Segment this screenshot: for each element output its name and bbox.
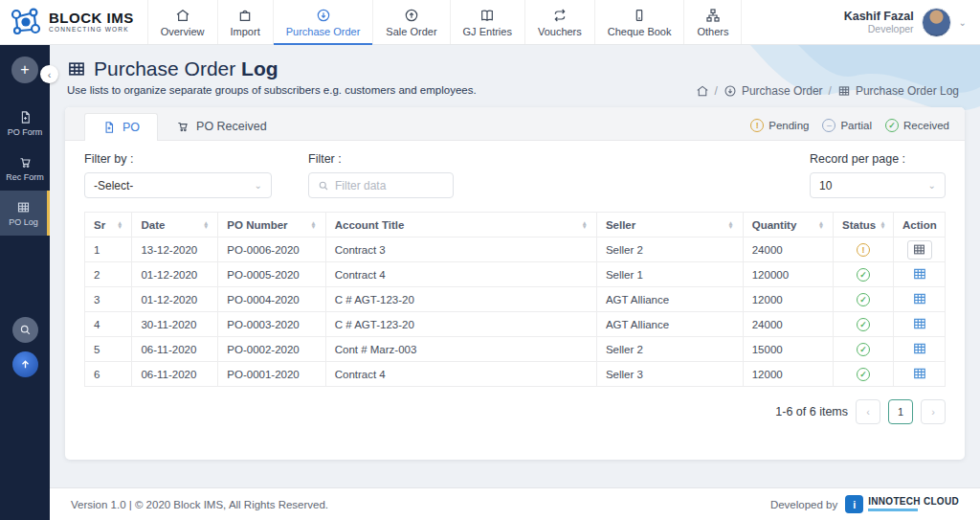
sort-icon[interactable]: ▲▼ <box>117 221 122 228</box>
cell-action <box>894 312 946 337</box>
page-header: Purchase Order Log Use lists to organize… <box>50 45 980 98</box>
po-table: Sr▲▼Date▲▼PO Number▲▼Account Title▲▼Sell… <box>84 212 946 387</box>
chevron-down-icon: ⌄ <box>959 17 967 28</box>
sidebar-item-po-log[interactable]: PO Log <box>0 191 50 236</box>
pagination-page-1-button[interactable]: 1 <box>888 399 913 424</box>
upgrade-button[interactable] <box>12 351 38 377</box>
filter-by-select[interactable]: -Select- ⌄ <box>84 172 272 198</box>
cell-status <box>834 312 894 337</box>
breadcrumb-po-log[interactable]: Purchase Order Log <box>837 84 959 98</box>
table-row: 201-12-2020PO-0005-2020Contract 4Seller … <box>85 262 946 287</box>
table-icon <box>913 292 926 305</box>
arrow-down-circle-icon <box>316 8 331 23</box>
row-action-icon[interactable] <box>913 317 926 330</box>
table-icon <box>913 367 926 380</box>
partial-icon <box>822 119 835 132</box>
record-per-page-label: Record per page : <box>810 152 946 166</box>
arrow-down-circle-icon <box>724 84 737 98</box>
table-icon <box>837 84 851 98</box>
innotech-logo-tagline-bar <box>868 509 918 511</box>
cell-po-number: PO-0005-2020 <box>218 262 325 287</box>
cell-status <box>834 237 894 262</box>
breadcrumb-home[interactable] <box>696 84 709 98</box>
sidebar-bottom <box>0 317 50 377</box>
nav-sale-order[interactable]: Sale Order <box>372 0 449 44</box>
legend-pending: Pending <box>750 119 809 132</box>
home-icon <box>175 8 190 23</box>
column-header-seller[interactable]: Seller▲▼ <box>596 213 743 237</box>
footer-copyright: Version 1.0 | © 2020 Block IMS, All Righ… <box>71 499 328 510</box>
nav-import[interactable]: Import <box>217 0 273 44</box>
sort-icon[interactable]: ▲▼ <box>880 221 885 228</box>
cell-seller: Seller 2 <box>596 237 743 262</box>
table-row: 301-12-2020PO-0004-2020C # AGT-123-20AGT… <box>85 287 946 312</box>
cart-icon <box>176 120 189 133</box>
record-per-page-select[interactable]: 10 ⌄ <box>810 172 946 198</box>
cell-quantity: 12000 <box>743 287 833 312</box>
nav-gj-entries[interactable]: GJ Entries <box>450 0 524 44</box>
tab-po[interactable]: PO <box>84 113 158 141</box>
add-button[interactable]: + <box>11 57 38 83</box>
cell-quantity: 120000 <box>743 262 833 287</box>
filter-input[interactable] <box>335 179 440 192</box>
nav-cheque-book[interactable]: Cheque Book <box>594 0 684 44</box>
column-header-account-title[interactable]: Account Title▲▼ <box>325 213 596 237</box>
pagination-next-button[interactable]: › <box>921 399 946 424</box>
avatar[interactable] <box>922 8 951 37</box>
sort-icon[interactable]: ▲▼ <box>727 221 733 228</box>
cell-account-title: Contract 4 <box>325 362 596 387</box>
cell-seller: Seller 2 <box>596 337 743 362</box>
search-icon <box>19 324 32 336</box>
arrow-up-icon <box>19 358 32 371</box>
pagination-prev-button[interactable]: ‹ <box>856 399 880 424</box>
cell-sr: 2 <box>85 262 132 287</box>
cell-action <box>894 262 946 287</box>
table-row: 113-12-2020PO-0006-2020Contract 3Seller … <box>85 237 946 262</box>
chevron-down-icon: ⌄ <box>255 180 262 191</box>
cell-sr: 1 <box>85 237 132 262</box>
brand-tagline: CONNECTING WORK <box>49 27 134 34</box>
brand-logo[interactable]: BLOCK IMS CONNECTING WORK <box>0 0 147 44</box>
cell-status <box>834 287 894 312</box>
nav-others[interactable]: Others <box>683 0 742 44</box>
breadcrumb: / Purchase Order / Purchase Order Log <box>696 84 959 98</box>
column-header-po-number[interactable]: PO Number▲▼ <box>218 213 325 237</box>
column-header-sr[interactable]: Sr▲▼ <box>85 213 132 237</box>
row-action-icon[interactable] <box>913 292 926 305</box>
cell-seller: Seller 3 <box>596 362 743 387</box>
row-action-icon[interactable] <box>913 342 926 355</box>
table-header-row: Sr▲▼Date▲▼PO Number▲▼Account Title▲▼Sell… <box>85 213 946 237</box>
po-log-card: PO PO Received Pending Partial Received … <box>65 107 965 460</box>
nav-vouchers[interactable]: Vouchers <box>524 0 594 44</box>
search-button[interactable] <box>12 317 38 343</box>
column-header-quantity[interactable]: Quantity▲▼ <box>743 213 833 237</box>
table-icon <box>913 243 925 256</box>
innotech-cloud-logo[interactable]: i INNOTECH CLOUD <box>845 495 959 513</box>
filter-label: Filter : <box>308 152 454 166</box>
repeat-icon <box>552 8 568 23</box>
tab-po-received[interactable]: PO Received <box>158 112 285 140</box>
user-menu[interactable]: Kashif Fazal Developer ⌄ <box>844 0 980 44</box>
status-received-icon <box>857 368 870 381</box>
breadcrumb-purchase-order[interactable]: Purchase Order <box>724 84 823 98</box>
nav-overview[interactable]: Overview <box>147 0 217 44</box>
cell-po-number: PO-0002-2020 <box>218 337 325 362</box>
table-icon <box>913 342 926 355</box>
page-subtitle: Use lists to organize separate groups of… <box>67 84 477 96</box>
row-action-icon[interactable] <box>913 267 926 281</box>
column-header-status[interactable]: Status▲▼ <box>834 213 894 237</box>
row-action-icon[interactable] <box>913 367 926 380</box>
sort-icon[interactable]: ▲▼ <box>581 221 587 228</box>
table-icon <box>67 59 86 79</box>
collapse-sidebar-button[interactable]: ‹ <box>40 65 58 83</box>
status-legend: Pending Partial Received <box>750 119 949 140</box>
row-action-button[interactable] <box>907 240 932 260</box>
column-header-date[interactable]: Date▲▼ <box>132 213 218 237</box>
nav-purchase-order[interactable]: Purchase Order <box>273 0 373 44</box>
sort-icon[interactable]: ▲▼ <box>203 221 209 228</box>
sort-icon[interactable]: ▲▼ <box>310 221 316 228</box>
sort-icon[interactable]: ▲▼ <box>818 221 824 228</box>
cell-status <box>834 337 894 362</box>
sidebar-item-po-form[interactable]: PO Form <box>0 101 50 146</box>
sidebar-item-rec-form[interactable]: Rec Form <box>0 146 50 191</box>
